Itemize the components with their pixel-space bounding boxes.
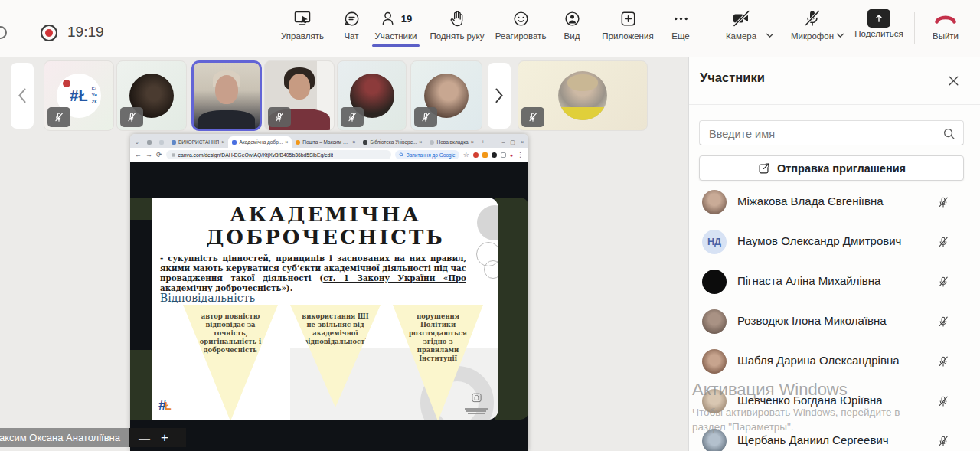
reload-icon[interactable]: ⟳ (156, 152, 162, 159)
tab-close-icon[interactable]: × (285, 139, 288, 145)
video-tile-presenter[interactable] (518, 60, 648, 131)
camera-options-chevron[interactable] (766, 28, 774, 41)
tab-close-icon[interactable]: × (419, 139, 422, 145)
view-icon (545, 7, 599, 30)
video-tile[interactable]: #ŁБіУнУк (44, 60, 114, 131)
participant-row[interactable]: Міжакова Влада Євгеніївна (689, 182, 980, 222)
avatar (702, 429, 727, 451)
window-controls[interactable]: –▢× (497, 136, 528, 148)
pinned-tab[interactable] (155, 136, 168, 148)
bookmark-star-icon[interactable]: ☆ (463, 152, 469, 159)
zoom-in-button[interactable]: + (161, 430, 168, 446)
send-invite-button[interactable]: Отправка приглашения (699, 155, 964, 181)
browser-tab-strip: ⌄ ВИКОРИСТАННЯ× Академічна добр...× Пошт… (130, 134, 528, 148)
participant-search[interactable] (699, 120, 964, 145)
more-button[interactable]: Еще (654, 7, 707, 41)
tab-close-icon[interactable]: × (471, 139, 474, 145)
slide-green-accent (130, 350, 152, 420)
participants-panel: Участники Отправка приглашения Міжакова … (688, 57, 980, 451)
video-tile[interactable] (264, 60, 335, 131)
back-icon[interactable]: ← (135, 152, 142, 159)
toolbar-separator (914, 12, 915, 44)
apps-plus-icon (598, 7, 658, 30)
participant-row[interactable]: Пігнаста Аліна Михайлівна (689, 262, 980, 302)
avatar: НД (702, 230, 727, 254)
panel-title: Участники (700, 70, 765, 85)
video-tile-active-speaker[interactable] (191, 60, 262, 131)
minimize-icon: – (501, 139, 505, 145)
browser-tab[interactable]: Пошта – Максим О...× (292, 136, 359, 148)
search-icon[interactable] (942, 127, 956, 143)
mic-muted-badge (120, 107, 143, 127)
browser-tab[interactable]: Нова вкладка× (426, 136, 477, 148)
site-settings-icon (171, 152, 176, 158)
meeting-toolbar: 19:19 Управлять Чат 19 Участники (0, 0, 980, 57)
participant-row[interactable]: НД Наумов Олександр Дмитрович (689, 222, 980, 262)
video-tile[interactable] (116, 60, 187, 131)
recording-indicator-icon (41, 25, 57, 41)
pinned-tab[interactable] (143, 136, 155, 148)
camera-off-icon (711, 7, 771, 30)
view-button[interactable]: Вид (545, 7, 599, 41)
tab-close-icon[interactable]: × (221, 139, 224, 145)
mic-muted-icon (937, 435, 949, 450)
browser-tab[interactable]: Бібліотека Універс...× (359, 136, 426, 148)
participants-count: 19 (401, 13, 412, 25)
forward-icon[interactable]: → (145, 152, 152, 159)
zoom-out-button[interactable]: — (139, 431, 150, 444)
video-tile[interactable] (337, 60, 407, 131)
google-search-chip[interactable]: Запитання до Google (395, 150, 459, 159)
mic-options-chevron[interactable] (836, 28, 844, 41)
manage-button[interactable]: Управлять (273, 7, 332, 41)
extension-icon[interactable] (482, 152, 488, 158)
browser-tab-active[interactable]: Академічна добр...× (228, 136, 292, 148)
leave-button[interactable]: Выйти (916, 7, 975, 41)
mic-button[interactable]: Микрофон (782, 7, 842, 41)
profile-icon[interactable]: ● (510, 152, 513, 159)
screen-manage-icon (273, 7, 332, 30)
new-tab-button[interactable]: + (478, 136, 488, 148)
mic-off-icon (782, 7, 842, 30)
url-field[interactable]: canva.com/design/DAH-EGeOwIAQ/KtjXvBfB40… (166, 150, 391, 159)
share-button[interactable]: Поделиться (849, 7, 909, 38)
share-invite-icon (757, 162, 771, 175)
video-tile[interactable] (410, 60, 482, 131)
apps-button[interactable]: Приложения (598, 7, 658, 41)
participant-list: Міжакова Влада Євгеніївна НД Наумов Олек… (689, 182, 980, 451)
camera-button[interactable]: Камера (711, 7, 771, 41)
close-icon (947, 74, 960, 87)
mic-muted-icon (937, 196, 949, 211)
active-tab-underline (372, 44, 420, 47)
extension-icon[interactable] (501, 152, 506, 158)
browser-menu-icon[interactable]: ⋮ (517, 152, 524, 159)
slide-triangle: автор повністю відповідає за точність, о… (183, 305, 278, 420)
mic-muted-badge (341, 107, 364, 127)
participant-row[interactable]: Розводюк Ілона Миколаївна (689, 302, 980, 342)
filmstrip-next-button[interactable] (488, 63, 511, 129)
filmstrip-prev-button[interactable] (11, 63, 34, 129)
close-window-icon: × (521, 139, 524, 145)
tab-close-icon[interactable]: × (352, 139, 355, 145)
react-button[interactable]: Реагировать (491, 7, 550, 41)
extension-icon[interactable] (492, 152, 497, 158)
avatar (702, 389, 727, 413)
mic-muted-badge (521, 107, 544, 127)
mic-muted-icon (937, 395, 949, 410)
participant-row[interactable]: Щербань Даниил Сергеевич (689, 421, 980, 451)
slide-green-accent (130, 198, 152, 220)
tab-search-chevron[interactable]: ⌄ (130, 136, 143, 148)
meeting-window: 19:19 Управлять Чат 19 Участники (0, 0, 980, 451)
participant-row[interactable]: Шабля Дарина Олександрівна (689, 342, 980, 381)
browser-tab[interactable]: ВИКОРИСТАННЯ× (168, 136, 229, 148)
mic-muted-icon (937, 276, 949, 291)
slide-green-band (495, 198, 528, 420)
participants-button[interactable]: 19 Участники (366, 7, 426, 41)
raise-hand-icon (427, 7, 487, 30)
close-panel-button[interactable] (947, 74, 960, 90)
extension-icon[interactable] (473, 152, 479, 158)
raise-hand-button[interactable]: Поднять руку (427, 7, 487, 41)
participant-row[interactable]: Шевченко Богдана Юріївна (689, 381, 980, 421)
mic-muted-badge (414, 107, 437, 127)
search-input[interactable] (707, 121, 940, 146)
canvas-zoom-controls: — + (129, 428, 186, 447)
